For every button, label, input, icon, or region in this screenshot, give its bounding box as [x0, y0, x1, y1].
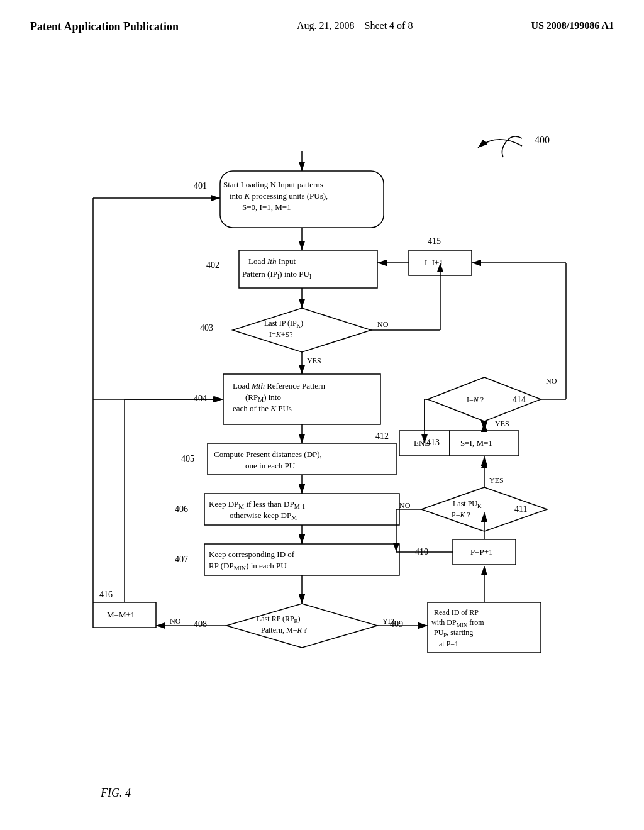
no-label-403: NO — [377, 320, 389, 329]
figure-label: FIG. 4 — [101, 787, 131, 800]
node-405-text: Compute Present distances (DP), — [214, 450, 322, 459]
label-409: 409 — [390, 619, 403, 629]
no-label-408: NO — [170, 617, 181, 626]
label-411: 411 — [514, 504, 527, 514]
label-401: 401 — [194, 181, 207, 191]
publication-title: Patent Application Publication — [30, 20, 179, 33]
svg-text:Pattern, M=R ?: Pattern, M=R ? — [261, 626, 307, 634]
svg-text:with DPMIN from: with DPMIN from — [431, 618, 484, 628]
node-413-text: S=I, M=1 — [460, 438, 492, 448]
page-header: Patent Application Publication Aug. 21, … — [0, 0, 644, 33]
svg-text:PUP, starting: PUP, starting — [434, 628, 473, 638]
node-406-text: Keep DPM if less than DPM-1 — [209, 499, 305, 510]
yes-label-411: YES — [489, 476, 504, 485]
svg-text:(RPM) into: (RPM) into — [245, 392, 281, 403]
label-404: 404 — [194, 394, 207, 403]
svg-text:RP (DPMIN) in each PU: RP (DPMIN) in each PU — [209, 561, 287, 572]
svg-marker-10 — [233, 308, 371, 352]
yes-label-414a: YES — [495, 419, 509, 428]
node-411-text: Last PUK — [453, 499, 482, 509]
svg-text:at P=1: at P=1 — [439, 639, 458, 648]
node-412-text: END — [414, 438, 431, 448]
node-409-text: Read ID of RP — [434, 608, 479, 617]
node-402-text: Load Ith Input — [248, 257, 296, 266]
node-408-text: Last RP (RPR) — [257, 614, 301, 624]
publication-date-sheet: Aug. 21, 2008 Sheet 4 of 8 — [297, 20, 413, 31]
node-416-text: M=M+1 — [107, 610, 135, 619]
svg-text:one in each PU: one in each PU — [245, 461, 296, 470]
node-410-text: P=P+1 — [470, 547, 493, 556]
svg-text:S=0, I=1, M=1: S=0, I=1, M=1 — [242, 202, 291, 212]
no-label-414: NO — [546, 377, 557, 385]
yes-label-403: YES — [307, 357, 321, 365]
svg-rect-19 — [208, 443, 396, 475]
node-403-text: Last IP (IPK) — [264, 319, 303, 329]
label-412: 412 — [375, 431, 389, 441]
label-403: 403 — [200, 323, 213, 333]
svg-text:each of the K PUs: each of the K PUs — [233, 404, 292, 413]
flowchart-svg: 400 Start Loading N Input patterns into … — [38, 75, 604, 742]
svg-text:I=K+S?: I=K+S? — [269, 330, 293, 339]
label-415: 415 — [428, 236, 441, 246]
node-404-text: Load Mth Reference Pattern — [233, 381, 325, 390]
label-414: 414 — [513, 395, 526, 404]
ref-400: 400 — [535, 135, 550, 145]
node-414-text: I=N ? — [467, 396, 484, 404]
label-416: 416 — [99, 590, 113, 599]
label-406: 406 — [175, 504, 188, 514]
label-405: 405 — [181, 454, 194, 463]
svg-text:otherwise keep DPM: otherwise keep DPM — [230, 511, 297, 521]
publication-number: US 2008/199086 A1 — [531, 20, 614, 31]
node-401-text: Start Loading N Input patterns — [223, 180, 323, 189]
svg-text:P=K ?: P=K ? — [452, 511, 470, 519]
flowchart-container: 400 Start Loading N Input patterns into … — [38, 75, 604, 742]
label-408: 408 — [194, 619, 207, 629]
node-407-text: Keep corresponding ID of — [209, 550, 295, 559]
svg-text:Pattern (IPI) into PUI: Pattern (IPI) into PUI — [242, 269, 311, 280]
svg-text:into K processing units (PUs),: into K processing units (PUs), — [230, 191, 328, 201]
no-label-411: NO — [399, 501, 411, 510]
label-407: 407 — [175, 555, 188, 564]
label-402: 402 — [206, 260, 219, 270]
